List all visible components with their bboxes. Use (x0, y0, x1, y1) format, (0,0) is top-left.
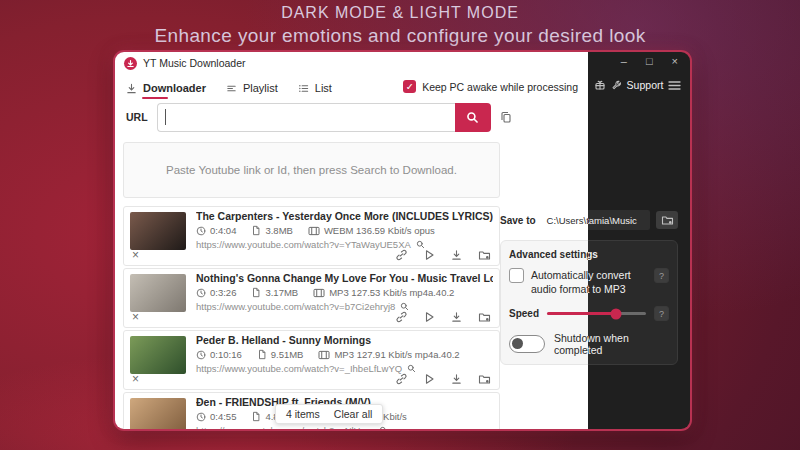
song-meta: 0:4:04 3.8MB WEBM 136.59 Kbit/s opus (196, 225, 493, 236)
speed-label: Speed (509, 308, 539, 319)
tab-list-label: List (315, 82, 332, 94)
download-song-button[interactable] (451, 249, 462, 261)
song-thumbnail (130, 212, 186, 250)
song-thumbnail (130, 398, 186, 429)
media-format-icon (313, 288, 325, 298)
clear-all-button[interactable]: Clear all (334, 408, 373, 420)
search-icon (466, 111, 479, 124)
song-duration: 0:4:55 (210, 411, 236, 422)
song-meta: 0:3:26 3.17MB MP3 127.53 Kbit/s mp4a.40.… (196, 287, 493, 298)
song-actions: × (132, 311, 491, 323)
hero-title: DARK MODE & LIGHT MODE (0, 4, 800, 22)
file-icon (251, 411, 261, 422)
song-action-icons (395, 373, 491, 385)
minimize-button[interactable]: – (621, 55, 627, 67)
file-icon (257, 349, 267, 360)
hero-subtitle: Enhance your emotions and configure your… (0, 25, 800, 47)
promo-canvas: DARK MODE & LIGHT MODE Enhance your emot… (0, 0, 800, 450)
play-button[interactable] (424, 249, 435, 261)
url-input[interactable] (157, 103, 455, 132)
tab-playlist[interactable]: Playlist (226, 82, 278, 94)
media-format-icon (308, 226, 320, 236)
open-folder-icon (478, 249, 491, 261)
link-icon (395, 373, 408, 385)
keep-awake-checkbox[interactable]: ✓ Keep PC awake while processing (403, 80, 578, 93)
open-folder-button[interactable] (478, 249, 491, 261)
clock-icon (196, 350, 206, 360)
browse-folder-button[interactable] (656, 211, 678, 229)
song-format: MP3 127.91 Kbit/s mp4a.40.2 (334, 349, 459, 360)
convert-checkbox[interactable] (509, 268, 524, 283)
support-label: Support (627, 79, 664, 91)
copy-link-button[interactable] (395, 373, 408, 385)
url-search-icon[interactable] (407, 364, 416, 373)
remove-song-button[interactable]: × (132, 373, 139, 385)
open-folder-button[interactable] (478, 311, 491, 323)
download-song-button[interactable] (451, 373, 462, 385)
text-caret (165, 109, 166, 125)
song-row: Nothing's Gonna Change My Love For You -… (123, 268, 500, 328)
song-size: 3.8MB (265, 225, 292, 236)
url-search-icon[interactable] (379, 426, 388, 429)
open-folder-button[interactable] (478, 373, 491, 385)
toggle-knob (512, 338, 523, 349)
window-title: YT Music Downloader (143, 57, 246, 69)
keep-awake-label: Keep PC awake while processing (422, 81, 578, 93)
gift-icon[interactable] (594, 79, 606, 91)
song-title: Nothing's Gonna Change My Love For You -… (196, 272, 493, 284)
copy-link-button[interactable] (395, 249, 408, 261)
link-icon (395, 249, 408, 261)
support-button[interactable]: Support (611, 79, 664, 91)
song-url-row: https://www.youtube.com/watch?v=NlU_... (196, 425, 493, 429)
song-info: The Carpenters - Yesterday Once More (IN… (196, 210, 493, 250)
tab-list[interactable]: List (298, 82, 332, 94)
maximize-button[interactable]: □ (646, 55, 653, 67)
shutdown-toggle[interactable] (509, 335, 545, 353)
remove-song-button[interactable]: × (132, 311, 139, 323)
list-footer: 4 items Clear all (275, 404, 383, 424)
playlist-icon (226, 83, 237, 94)
tab-downloader[interactable]: Downloader (126, 82, 206, 94)
window-controls: – □ × (621, 55, 678, 67)
download-song-button[interactable] (451, 311, 462, 323)
close-button[interactable]: × (672, 55, 678, 67)
toolbar-right-cluster: Support (594, 79, 681, 91)
download-icon (451, 373, 462, 385)
paste-button[interactable] (500, 111, 512, 124)
song-row: Peder B. Helland - Sunny Mornings 0:10:1… (123, 330, 500, 390)
remove-song-button[interactable]: × (132, 249, 139, 261)
url-search-icon[interactable] (400, 302, 409, 311)
link-icon (395, 311, 408, 323)
download-icon (451, 311, 462, 323)
url-label: URL (126, 111, 148, 123)
tab-playlist-label: Playlist (243, 82, 278, 94)
play-icon (424, 249, 435, 261)
download-icon (126, 83, 137, 94)
song-info: Nothing's Gonna Change My Love For You -… (196, 272, 493, 312)
checkbox-checked-icon: ✓ (403, 80, 416, 93)
item-count: 4 items (286, 408, 320, 420)
file-icon (251, 287, 261, 298)
song-actions: × (132, 249, 491, 261)
song-duration: 0:10:16 (210, 349, 242, 360)
speed-help-button[interactable]: ? (654, 306, 669, 321)
convert-help-button[interactable]: ? (654, 268, 669, 283)
folder-icon (661, 214, 674, 226)
copy-link-button[interactable] (395, 311, 408, 323)
paste-hint-text: Paste Youtube link or Id, then press Sea… (166, 164, 457, 176)
save-to-label: Save to (500, 215, 536, 226)
paste-hint-box: Paste Youtube link or Id, then press Sea… (123, 142, 500, 198)
search-button[interactable] (455, 103, 491, 132)
slider-knob[interactable] (611, 308, 622, 319)
play-button[interactable] (424, 311, 435, 323)
play-button[interactable] (424, 373, 435, 385)
tab-downloader-label: Downloader (143, 82, 206, 94)
app-logo-icon (124, 57, 137, 70)
song-duration: 0:3:26 (210, 287, 236, 298)
file-icon (251, 225, 261, 236)
menu-button[interactable] (668, 80, 681, 91)
song-url: https://www.youtube.com/watch?v=NlU_... (196, 425, 374, 429)
song-action-icons (395, 249, 491, 261)
clock-icon (196, 288, 206, 298)
url-search-icon[interactable] (416, 240, 425, 249)
